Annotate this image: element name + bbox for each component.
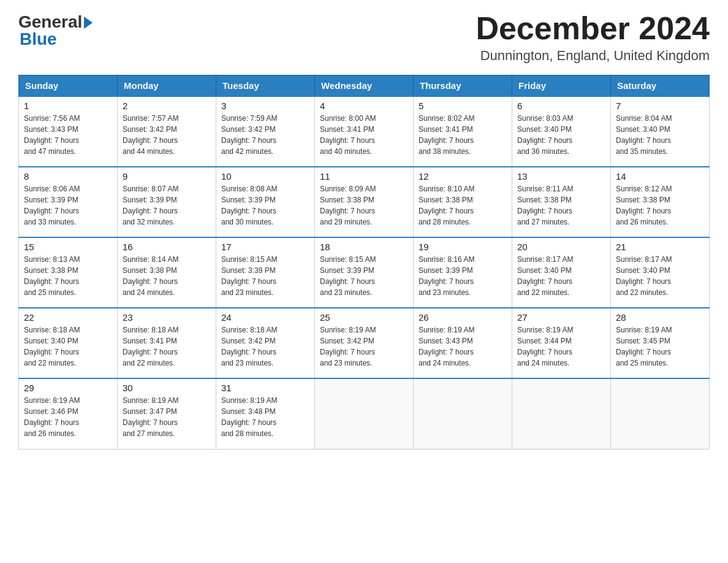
- calendar-cell: 3Sunrise: 7:59 AMSunset: 3:42 PMDaylight…: [216, 96, 315, 167]
- day-number: 21: [616, 242, 704, 252]
- day-number: 31: [221, 383, 309, 393]
- day-number: 5: [419, 101, 507, 111]
- day-number: 23: [123, 312, 211, 323]
- day-info: Sunrise: 7:56 AMSunset: 3:43 PMDaylight:…: [24, 113, 112, 157]
- calendar-cell: 10Sunrise: 8:08 AMSunset: 3:39 PMDayligh…: [216, 167, 315, 237]
- calendar-cell: 5Sunrise: 8:02 AMSunset: 3:41 PMDaylight…: [414, 96, 512, 167]
- calendar-cell: 20Sunrise: 8:17 AMSunset: 3:40 PMDayligh…: [512, 237, 611, 308]
- day-number: 18: [320, 242, 408, 252]
- weekday-header-monday: Monday: [118, 75, 216, 97]
- calendar-cell: 18Sunrise: 8:15 AMSunset: 3:39 PMDayligh…: [315, 237, 414, 308]
- day-number: 22: [24, 312, 112, 323]
- calendar-body: 1Sunrise: 7:56 AMSunset: 3:43 PMDaylight…: [19, 96, 710, 449]
- day-info: Sunrise: 8:09 AMSunset: 3:38 PMDaylight:…: [320, 183, 408, 228]
- calendar-week-row: 22Sunrise: 8:18 AMSunset: 3:40 PMDayligh…: [19, 308, 710, 378]
- day-info: Sunrise: 7:59 AMSunset: 3:42 PMDaylight:…: [221, 113, 309, 157]
- calendar-cell: 1Sunrise: 7:56 AMSunset: 3:43 PMDaylight…: [19, 96, 118, 167]
- weekday-header-friday: Friday: [512, 75, 611, 97]
- day-info: Sunrise: 8:19 AMSunset: 3:46 PMDaylight:…: [24, 395, 112, 439]
- calendar-cell: [611, 378, 710, 449]
- day-info: Sunrise: 8:17 AMSunset: 3:40 PMDaylight:…: [517, 254, 605, 298]
- day-number: 10: [221, 171, 309, 182]
- day-info: Sunrise: 8:02 AMSunset: 3:41 PMDaylight:…: [419, 113, 507, 157]
- day-number: 17: [221, 242, 309, 252]
- day-number: 1: [24, 101, 112, 111]
- weekday-header-saturday: Saturday: [611, 75, 710, 97]
- calendar-cell: [315, 378, 414, 449]
- calendar-cell: 7Sunrise: 8:04 AMSunset: 3:40 PMDaylight…: [611, 96, 710, 167]
- day-info: Sunrise: 8:18 AMSunset: 3:41 PMDaylight:…: [123, 324, 211, 369]
- day-number: 8: [24, 171, 112, 182]
- day-info: Sunrise: 8:12 AMSunset: 3:38 PMDaylight:…: [616, 183, 704, 228]
- calendar-cell: 8Sunrise: 8:06 AMSunset: 3:39 PMDaylight…: [19, 167, 118, 237]
- day-info: Sunrise: 8:13 AMSunset: 3:38 PMDaylight:…: [24, 254, 112, 298]
- day-number: 9: [123, 171, 211, 182]
- day-info: Sunrise: 8:15 AMSunset: 3:39 PMDaylight:…: [320, 254, 408, 298]
- day-info: Sunrise: 8:14 AMSunset: 3:38 PMDaylight:…: [123, 254, 211, 298]
- calendar-cell: 26Sunrise: 8:19 AMSunset: 3:43 PMDayligh…: [414, 308, 512, 378]
- day-number: 19: [419, 242, 507, 252]
- day-info: Sunrise: 8:19 AMSunset: 3:48 PMDaylight:…: [221, 395, 309, 439]
- title-area: December 2024 Dunnington, England, Unite…: [476, 12, 710, 64]
- day-number: 26: [419, 312, 507, 323]
- day-number: 27: [517, 312, 605, 323]
- weekday-header-row: SundayMondayTuesdayWednesdayThursdayFrid…: [19, 75, 710, 97]
- day-number: 3: [221, 101, 309, 111]
- day-info: Sunrise: 8:06 AMSunset: 3:39 PMDaylight:…: [24, 183, 112, 228]
- day-info: Sunrise: 8:04 AMSunset: 3:40 PMDaylight:…: [616, 113, 704, 157]
- day-info: Sunrise: 8:19 AMSunset: 3:43 PMDaylight:…: [419, 324, 507, 369]
- day-info: Sunrise: 7:57 AMSunset: 3:42 PMDaylight:…: [123, 113, 211, 157]
- calendar-cell: 19Sunrise: 8:16 AMSunset: 3:39 PMDayligh…: [414, 237, 512, 308]
- weekday-header-tuesday: Tuesday: [216, 75, 315, 97]
- calendar-cell: 13Sunrise: 8:11 AMSunset: 3:38 PMDayligh…: [512, 167, 611, 237]
- calendar-cell: 24Sunrise: 8:18 AMSunset: 3:42 PMDayligh…: [216, 308, 315, 378]
- day-info: Sunrise: 8:07 AMSunset: 3:39 PMDaylight:…: [123, 183, 211, 228]
- day-info: Sunrise: 8:00 AMSunset: 3:41 PMDaylight:…: [320, 113, 408, 157]
- calendar-cell: 17Sunrise: 8:15 AMSunset: 3:39 PMDayligh…: [216, 237, 315, 308]
- day-number: 6: [517, 101, 605, 111]
- calendar-cell: 4Sunrise: 8:00 AMSunset: 3:41 PMDaylight…: [315, 96, 414, 167]
- calendar-cell: 25Sunrise: 8:19 AMSunset: 3:42 PMDayligh…: [315, 308, 414, 378]
- logo-arrow-icon: [84, 17, 93, 29]
- calendar-cell: 29Sunrise: 8:19 AMSunset: 3:46 PMDayligh…: [19, 378, 118, 449]
- calendar-cell: 21Sunrise: 8:17 AMSunset: 3:40 PMDayligh…: [611, 237, 710, 308]
- weekday-header-wednesday: Wednesday: [315, 75, 414, 97]
- logo-blue-text: Blue: [20, 29, 57, 49]
- logo: General Blue: [18, 12, 93, 49]
- calendar-cell: 6Sunrise: 8:03 AMSunset: 3:40 PMDaylight…: [512, 96, 611, 167]
- calendar-cell: 23Sunrise: 8:18 AMSunset: 3:41 PMDayligh…: [118, 308, 216, 378]
- weekday-header-sunday: Sunday: [19, 75, 118, 97]
- day-number: 25: [320, 312, 408, 323]
- calendar-cell: 11Sunrise: 8:09 AMSunset: 3:38 PMDayligh…: [315, 167, 414, 237]
- day-info: Sunrise: 8:19 AMSunset: 3:45 PMDaylight:…: [616, 324, 704, 369]
- calendar-cell: [414, 378, 512, 449]
- day-number: 30: [123, 383, 211, 393]
- calendar-cell: [512, 378, 611, 449]
- calendar-week-row: 29Sunrise: 8:19 AMSunset: 3:46 PMDayligh…: [19, 378, 710, 449]
- calendar-cell: 15Sunrise: 8:13 AMSunset: 3:38 PMDayligh…: [19, 237, 118, 308]
- day-number: 29: [24, 383, 112, 393]
- calendar-cell: 14Sunrise: 8:12 AMSunset: 3:38 PMDayligh…: [611, 167, 710, 237]
- day-info: Sunrise: 8:08 AMSunset: 3:39 PMDaylight:…: [221, 183, 309, 228]
- calendar-cell: 30Sunrise: 8:19 AMSunset: 3:47 PMDayligh…: [118, 378, 216, 449]
- day-number: 16: [123, 242, 211, 252]
- day-number: 20: [517, 242, 605, 252]
- day-info: Sunrise: 8:19 AMSunset: 3:47 PMDaylight:…: [123, 395, 211, 439]
- calendar-cell: 22Sunrise: 8:18 AMSunset: 3:40 PMDayligh…: [19, 308, 118, 378]
- day-info: Sunrise: 8:19 AMSunset: 3:42 PMDaylight:…: [320, 324, 408, 369]
- day-info: Sunrise: 8:16 AMSunset: 3:39 PMDaylight:…: [419, 254, 507, 298]
- calendar-cell: 27Sunrise: 8:19 AMSunset: 3:44 PMDayligh…: [512, 308, 611, 378]
- calendar-table: SundayMondayTuesdayWednesdayThursdayFrid…: [18, 75, 710, 450]
- day-info: Sunrise: 8:10 AMSunset: 3:38 PMDaylight:…: [419, 183, 507, 228]
- day-info: Sunrise: 8:17 AMSunset: 3:40 PMDaylight:…: [616, 254, 704, 298]
- day-info: Sunrise: 8:19 AMSunset: 3:44 PMDaylight:…: [517, 324, 605, 369]
- day-number: 15: [24, 242, 112, 252]
- day-number: 7: [616, 101, 704, 111]
- calendar-header: SundayMondayTuesdayWednesdayThursdayFrid…: [19, 75, 710, 97]
- calendar-cell: 28Sunrise: 8:19 AMSunset: 3:45 PMDayligh…: [611, 308, 710, 378]
- day-number: 12: [419, 171, 507, 182]
- calendar-cell: 12Sunrise: 8:10 AMSunset: 3:38 PMDayligh…: [414, 167, 512, 237]
- calendar-cell: 16Sunrise: 8:14 AMSunset: 3:38 PMDayligh…: [118, 237, 216, 308]
- calendar-week-row: 1Sunrise: 7:56 AMSunset: 3:43 PMDaylight…: [19, 96, 710, 167]
- calendar-cell: 2Sunrise: 7:57 AMSunset: 3:42 PMDaylight…: [118, 96, 216, 167]
